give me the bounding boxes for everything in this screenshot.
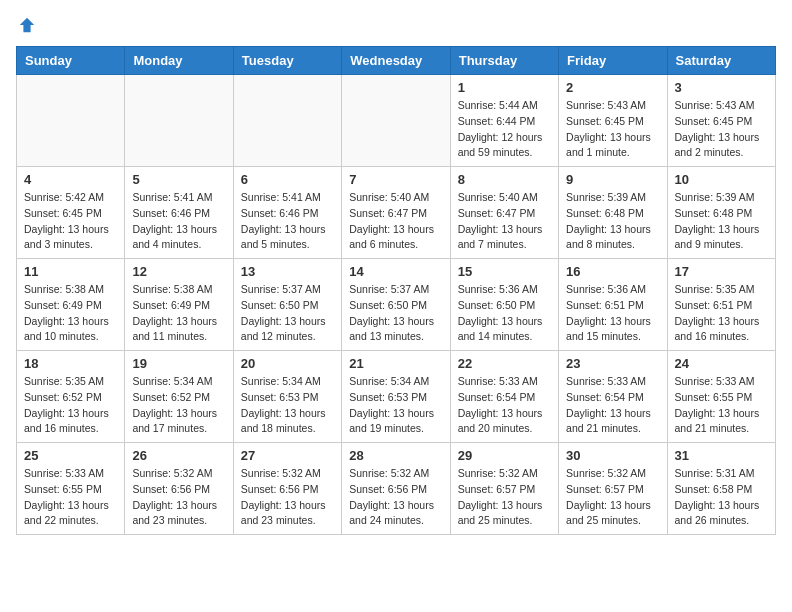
day-info: Sunrise: 5:33 AM Sunset: 6:54 PM Dayligh… [566, 374, 659, 437]
day-number: 9 [566, 172, 659, 187]
weekday-header-monday: Monday [125, 47, 233, 75]
weekday-header-thursday: Thursday [450, 47, 558, 75]
weekday-header-tuesday: Tuesday [233, 47, 341, 75]
calendar-cell: 11Sunrise: 5:38 AM Sunset: 6:49 PM Dayli… [17, 259, 125, 351]
day-info: Sunrise: 5:35 AM Sunset: 6:51 PM Dayligh… [675, 282, 768, 345]
day-info: Sunrise: 5:40 AM Sunset: 6:47 PM Dayligh… [349, 190, 442, 253]
calendar-cell: 28Sunrise: 5:32 AM Sunset: 6:56 PM Dayli… [342, 443, 450, 535]
weekday-header-wednesday: Wednesday [342, 47, 450, 75]
calendar-cell: 30Sunrise: 5:32 AM Sunset: 6:57 PM Dayli… [559, 443, 667, 535]
logo [16, 16, 38, 34]
day-info: Sunrise: 5:32 AM Sunset: 6:56 PM Dayligh… [349, 466, 442, 529]
calendar-cell [342, 75, 450, 167]
day-info: Sunrise: 5:32 AM Sunset: 6:57 PM Dayligh… [566, 466, 659, 529]
day-number: 15 [458, 264, 551, 279]
calendar-cell: 21Sunrise: 5:34 AM Sunset: 6:53 PM Dayli… [342, 351, 450, 443]
calendar-cell: 5Sunrise: 5:41 AM Sunset: 6:46 PM Daylig… [125, 167, 233, 259]
day-info: Sunrise: 5:42 AM Sunset: 6:45 PM Dayligh… [24, 190, 117, 253]
day-info: Sunrise: 5:34 AM Sunset: 6:53 PM Dayligh… [349, 374, 442, 437]
day-number: 22 [458, 356, 551, 371]
calendar-cell: 19Sunrise: 5:34 AM Sunset: 6:52 PM Dayli… [125, 351, 233, 443]
day-number: 7 [349, 172, 442, 187]
day-info: Sunrise: 5:43 AM Sunset: 6:45 PM Dayligh… [566, 98, 659, 161]
calendar-cell: 29Sunrise: 5:32 AM Sunset: 6:57 PM Dayli… [450, 443, 558, 535]
calendar-week-row: 4Sunrise: 5:42 AM Sunset: 6:45 PM Daylig… [17, 167, 776, 259]
calendar-cell: 2Sunrise: 5:43 AM Sunset: 6:45 PM Daylig… [559, 75, 667, 167]
day-number: 16 [566, 264, 659, 279]
logo-icon [18, 16, 36, 34]
calendar-cell: 14Sunrise: 5:37 AM Sunset: 6:50 PM Dayli… [342, 259, 450, 351]
day-number: 29 [458, 448, 551, 463]
day-number: 5 [132, 172, 225, 187]
calendar-cell: 9Sunrise: 5:39 AM Sunset: 6:48 PM Daylig… [559, 167, 667, 259]
day-number: 23 [566, 356, 659, 371]
day-number: 3 [675, 80, 768, 95]
day-number: 17 [675, 264, 768, 279]
calendar-cell: 1Sunrise: 5:44 AM Sunset: 6:44 PM Daylig… [450, 75, 558, 167]
calendar-cell: 25Sunrise: 5:33 AM Sunset: 6:55 PM Dayli… [17, 443, 125, 535]
day-info: Sunrise: 5:31 AM Sunset: 6:58 PM Dayligh… [675, 466, 768, 529]
calendar-cell: 20Sunrise: 5:34 AM Sunset: 6:53 PM Dayli… [233, 351, 341, 443]
day-info: Sunrise: 5:36 AM Sunset: 6:50 PM Dayligh… [458, 282, 551, 345]
calendar-cell: 23Sunrise: 5:33 AM Sunset: 6:54 PM Dayli… [559, 351, 667, 443]
day-info: Sunrise: 5:38 AM Sunset: 6:49 PM Dayligh… [132, 282, 225, 345]
calendar-cell: 13Sunrise: 5:37 AM Sunset: 6:50 PM Dayli… [233, 259, 341, 351]
day-info: Sunrise: 5:34 AM Sunset: 6:53 PM Dayligh… [241, 374, 334, 437]
calendar-table: SundayMondayTuesdayWednesdayThursdayFrid… [16, 46, 776, 535]
day-number: 8 [458, 172, 551, 187]
day-number: 11 [24, 264, 117, 279]
day-number: 10 [675, 172, 768, 187]
day-info: Sunrise: 5:33 AM Sunset: 6:55 PM Dayligh… [675, 374, 768, 437]
calendar-cell: 12Sunrise: 5:38 AM Sunset: 6:49 PM Dayli… [125, 259, 233, 351]
calendar-cell: 26Sunrise: 5:32 AM Sunset: 6:56 PM Dayli… [125, 443, 233, 535]
day-info: Sunrise: 5:39 AM Sunset: 6:48 PM Dayligh… [675, 190, 768, 253]
day-number: 1 [458, 80, 551, 95]
calendar-week-row: 1Sunrise: 5:44 AM Sunset: 6:44 PM Daylig… [17, 75, 776, 167]
calendar-cell: 4Sunrise: 5:42 AM Sunset: 6:45 PM Daylig… [17, 167, 125, 259]
calendar-cell: 15Sunrise: 5:36 AM Sunset: 6:50 PM Dayli… [450, 259, 558, 351]
day-number: 24 [675, 356, 768, 371]
day-number: 28 [349, 448, 442, 463]
day-info: Sunrise: 5:44 AM Sunset: 6:44 PM Dayligh… [458, 98, 551, 161]
day-info: Sunrise: 5:41 AM Sunset: 6:46 PM Dayligh… [132, 190, 225, 253]
calendar-cell: 3Sunrise: 5:43 AM Sunset: 6:45 PM Daylig… [667, 75, 775, 167]
day-info: Sunrise: 5:32 AM Sunset: 6:57 PM Dayligh… [458, 466, 551, 529]
calendar-week-row: 18Sunrise: 5:35 AM Sunset: 6:52 PM Dayli… [17, 351, 776, 443]
calendar-cell: 18Sunrise: 5:35 AM Sunset: 6:52 PM Dayli… [17, 351, 125, 443]
day-info: Sunrise: 5:37 AM Sunset: 6:50 PM Dayligh… [349, 282, 442, 345]
day-number: 2 [566, 80, 659, 95]
calendar-cell: 8Sunrise: 5:40 AM Sunset: 6:47 PM Daylig… [450, 167, 558, 259]
weekday-header-saturday: Saturday [667, 47, 775, 75]
day-info: Sunrise: 5:43 AM Sunset: 6:45 PM Dayligh… [675, 98, 768, 161]
calendar-week-row: 11Sunrise: 5:38 AM Sunset: 6:49 PM Dayli… [17, 259, 776, 351]
calendar-cell: 24Sunrise: 5:33 AM Sunset: 6:55 PM Dayli… [667, 351, 775, 443]
svg-marker-0 [20, 18, 34, 32]
day-number: 21 [349, 356, 442, 371]
calendar-week-row: 25Sunrise: 5:33 AM Sunset: 6:55 PM Dayli… [17, 443, 776, 535]
day-info: Sunrise: 5:33 AM Sunset: 6:55 PM Dayligh… [24, 466, 117, 529]
day-info: Sunrise: 5:39 AM Sunset: 6:48 PM Dayligh… [566, 190, 659, 253]
weekday-header-row: SundayMondayTuesdayWednesdayThursdayFrid… [17, 47, 776, 75]
day-info: Sunrise: 5:37 AM Sunset: 6:50 PM Dayligh… [241, 282, 334, 345]
weekday-header-friday: Friday [559, 47, 667, 75]
calendar-cell: 27Sunrise: 5:32 AM Sunset: 6:56 PM Dayli… [233, 443, 341, 535]
day-number: 31 [675, 448, 768, 463]
day-info: Sunrise: 5:40 AM Sunset: 6:47 PM Dayligh… [458, 190, 551, 253]
day-number: 6 [241, 172, 334, 187]
day-number: 14 [349, 264, 442, 279]
calendar-cell: 6Sunrise: 5:41 AM Sunset: 6:46 PM Daylig… [233, 167, 341, 259]
day-number: 30 [566, 448, 659, 463]
day-number: 25 [24, 448, 117, 463]
day-info: Sunrise: 5:38 AM Sunset: 6:49 PM Dayligh… [24, 282, 117, 345]
day-number: 19 [132, 356, 225, 371]
weekday-header-sunday: Sunday [17, 47, 125, 75]
calendar-cell: 31Sunrise: 5:31 AM Sunset: 6:58 PM Dayli… [667, 443, 775, 535]
day-info: Sunrise: 5:33 AM Sunset: 6:54 PM Dayligh… [458, 374, 551, 437]
calendar-cell: 16Sunrise: 5:36 AM Sunset: 6:51 PM Dayli… [559, 259, 667, 351]
day-info: Sunrise: 5:36 AM Sunset: 6:51 PM Dayligh… [566, 282, 659, 345]
day-number: 12 [132, 264, 225, 279]
day-number: 20 [241, 356, 334, 371]
day-info: Sunrise: 5:32 AM Sunset: 6:56 PM Dayligh… [241, 466, 334, 529]
calendar-cell: 7Sunrise: 5:40 AM Sunset: 6:47 PM Daylig… [342, 167, 450, 259]
day-info: Sunrise: 5:41 AM Sunset: 6:46 PM Dayligh… [241, 190, 334, 253]
